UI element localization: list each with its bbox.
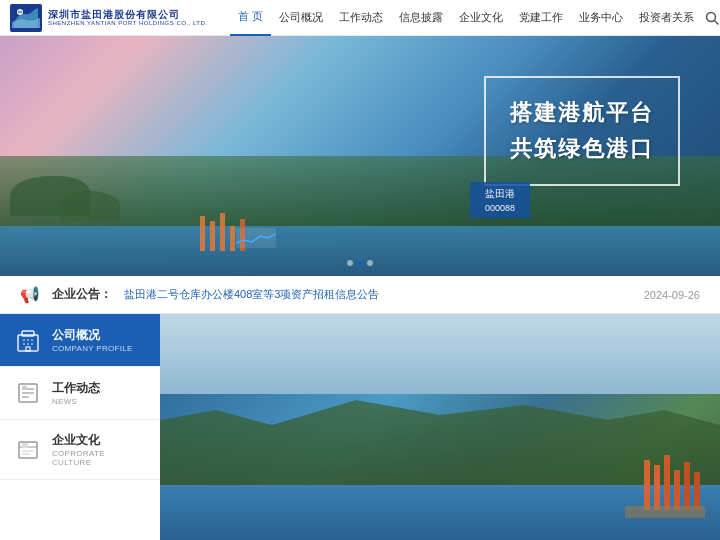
stock-ticker[interactable]: 盐田港 000088 <box>230 228 276 248</box>
image-dock <box>625 506 705 518</box>
hero-text-box: 搭建港航平台 共筑绿色港口 <box>484 76 680 186</box>
sidebar-labels-news: 工作动态 NEWS <box>52 380 100 406</box>
stock-info: 盐田港 000088 <box>470 182 530 218</box>
stock-name: 盐田港 <box>485 187 515 201</box>
hero-water <box>0 226 720 276</box>
nav-item-culture[interactable]: 企业文化 <box>451 0 511 36</box>
logo-cn: 深圳市盐田港股份有限公司 <box>48 9 207 20</box>
svg-rect-5 <box>22 331 34 336</box>
building-icon <box>14 326 42 354</box>
sidebar-label-en-culture: COPRORATE CULTURE <box>52 449 146 467</box>
header: 深圳市盐田港股份有限公司 SHENZHEN YANTIAN PORT HOLDI… <box>0 0 720 36</box>
dot-1[interactable] <box>347 260 353 266</box>
svg-rect-21 <box>22 443 28 448</box>
sidebar-labels-profile: 公司概况 COMPANY PROFILE <box>52 327 133 353</box>
sidebar-label-cn-culture: 企业文化 <box>52 432 146 449</box>
main-nav: 首 页 公司概况 工作动态 信息披露 企业文化 党建工作 业务中心 投资者关系 <box>230 0 720 36</box>
logo-area: 深圳市盐田港股份有限公司 SHENZHEN YANTIAN PORT HOLDI… <box>10 4 230 32</box>
culture-icon <box>14 436 42 464</box>
image-cranes <box>644 455 700 510</box>
sidebar-labels-culture: 企业文化 COPRORATE CULTURE <box>52 432 146 467</box>
sidebar-label-en-profile: COMPANY PROFILE <box>52 344 133 353</box>
logo-text: 深圳市盐田港股份有限公司 SHENZHEN YANTIAN PORT HOLDI… <box>48 9 207 27</box>
hero-island2 <box>60 191 120 221</box>
sidebar: 公司概况 COMPANY PROFILE 工作动态 NEWS <box>0 314 160 540</box>
nav-item-disclosure[interactable]: 信息披露 <box>391 0 451 36</box>
nav-item-home[interactable]: 首 页 <box>230 0 271 36</box>
carousel-dots <box>347 260 373 266</box>
sidebar-label-cn-profile: 公司概况 <box>52 327 133 344</box>
nav-item-party[interactable]: 党建工作 <box>511 0 571 36</box>
nav-item-profile[interactable]: 公司概况 <box>271 0 331 36</box>
hero-banner: 搭建港航平台 共筑绿色港口 盐田港 000088 <box>0 36 720 276</box>
svg-line-3 <box>715 20 719 24</box>
announcement-label: 企业公告： <box>52 286 112 303</box>
nav-item-investor[interactable]: 投资者关系 <box>631 0 702 36</box>
announcement-text[interactable]: 盐田港二号仓库办公楼408室等3项资产招租信息公告 <box>124 287 632 302</box>
hero-title-line2: 共筑绿色港口 <box>510 134 654 164</box>
dot-2[interactable] <box>357 260 363 266</box>
sidebar-label-en-news: NEWS <box>52 397 100 406</box>
dot-3[interactable] <box>367 260 373 266</box>
svg-rect-4 <box>18 335 38 351</box>
sidebar-item-culture[interactable]: 企业文化 COPRORATE CULTURE <box>0 420 160 480</box>
nav-item-business[interactable]: 业务中心 <box>571 0 631 36</box>
search-icon <box>705 11 719 25</box>
image-sky <box>160 314 720 394</box>
hero-title-line1: 搭建港航平台 <box>510 98 654 128</box>
sidebar-item-company-profile[interactable]: 公司概况 COMPANY PROFILE <box>0 314 160 367</box>
announcement-date: 2024-09-26 <box>644 289 700 301</box>
announcement-icon: 📢 <box>20 285 40 304</box>
stock-code: 000088 <box>485 203 515 213</box>
image-hills <box>160 390 720 490</box>
announcement-bar: 📢 企业公告： 盐田港二号仓库办公楼408室等3项资产招租信息公告 2024-0… <box>0 276 720 314</box>
news-icon <box>14 379 42 407</box>
main-content: 公司概况 COMPANY PROFILE 工作动态 NEWS <box>0 314 720 540</box>
content-image <box>160 314 720 540</box>
sidebar-item-news[interactable]: 工作动态 NEWS <box>0 367 160 420</box>
stock-chart <box>236 228 276 248</box>
logo-icon <box>10 4 42 32</box>
logo-en: SHENZHEN YANTIAN PORT HOLDINGS CO., LTD. <box>48 20 207 27</box>
sidebar-label-cn-news: 工作动态 <box>52 380 100 397</box>
nav-item-news[interactable]: 工作动态 <box>331 0 391 36</box>
svg-rect-17 <box>22 386 27 390</box>
search-button[interactable] <box>702 8 720 28</box>
